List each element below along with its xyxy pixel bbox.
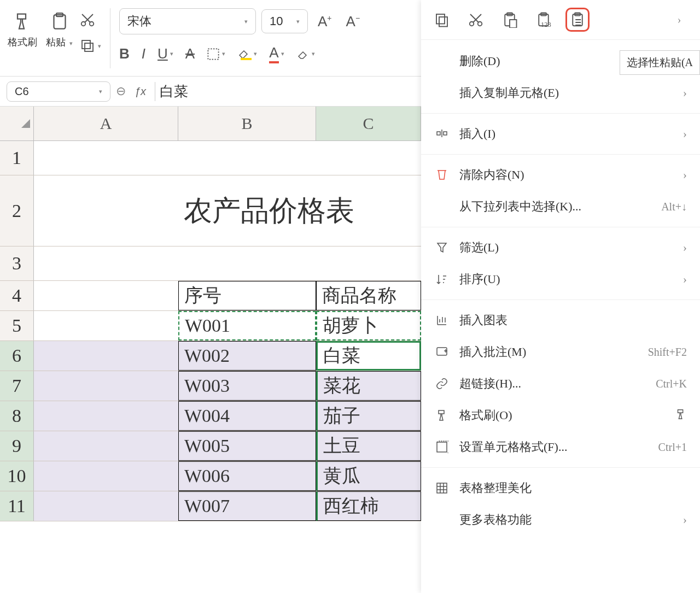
increase-font-button[interactable]: A+	[313, 13, 336, 30]
column-header[interactable]: A	[34, 107, 178, 140]
data-cell[interactable]: W001	[178, 311, 316, 340]
svg-rect-13	[510, 20, 517, 28]
row-header[interactable]: 5	[0, 311, 34, 340]
menu-insert-copied[interactable]: 插入复制单元格(E)›	[421, 77, 700, 109]
row-header[interactable]: 6	[0, 341, 34, 371]
strikethrough-button[interactable]: A	[185, 45, 195, 62]
svg-rect-5	[85, 43, 93, 51]
row-header[interactable]: 2	[0, 175, 34, 246]
cell-reference-input[interactable]: C6▾	[7, 81, 110, 102]
svg-rect-6	[208, 49, 219, 59]
row-header[interactable]: 4	[0, 281, 34, 310]
paste-values-icon[interactable]: 123	[532, 8, 556, 32]
data-cell[interactable]: W002	[178, 341, 316, 371]
menu-chart[interactable]: 插入图表	[421, 304, 700, 336]
row-header[interactable]: 11	[0, 491, 34, 521]
table-header[interactable]: 商品名称	[316, 281, 421, 310]
svg-rect-4	[82, 40, 90, 49]
data-cell[interactable]: W007	[178, 491, 316, 521]
row-header[interactable]: 1	[0, 141, 34, 175]
insert-icon	[434, 126, 450, 142]
sort-icon	[434, 272, 450, 287]
menu-format-cells[interactable]: 设置单元格格式(F)...Ctrl+1	[421, 431, 700, 463]
svg-rect-7	[436, 14, 445, 24]
data-cell[interactable]: W003	[178, 371, 316, 401]
copy-icon[interactable]	[430, 8, 454, 32]
svg-rect-19	[437, 132, 440, 135]
menu-insert[interactable]: 插入(I)›	[421, 118, 700, 150]
paste-icon	[49, 10, 71, 32]
link-icon	[434, 376, 450, 391]
menu-hyperlink[interactable]: 超链接(H)...Ctrl+K	[421, 368, 700, 400]
data-cell[interactable]: W005	[178, 431, 316, 461]
italic-button[interactable]: I	[142, 45, 145, 62]
data-cell[interactable]: 菜花	[316, 371, 421, 401]
row-header[interactable]: 9	[0, 431, 34, 461]
font-color-button[interactable]: A▾	[269, 44, 284, 63]
svg-rect-23	[437, 483, 447, 493]
bold-button[interactable]: B	[119, 45, 130, 62]
format-painter-button[interactable]: 格式刷	[5, 8, 39, 51]
clear-icon	[434, 167, 450, 183]
context-menu: 123 › 选择性粘贴(A 删除(D) 插入复制单元格(E)› 插入(I)› 清…	[421, 0, 700, 593]
select-all-corner[interactable]	[0, 107, 34, 140]
table-icon	[434, 480, 450, 496]
font-size-select[interactable]: 10▾	[261, 9, 308, 33]
cut-icon[interactable]	[464, 8, 488, 32]
svg-rect-8	[439, 17, 447, 27]
menu-filter[interactable]: 筛选(L)›	[421, 232, 700, 263]
menu-comment[interactable]: 插入批注(M)Shift+F2	[421, 336, 700, 368]
svg-text:123: 123	[541, 21, 551, 28]
data-cell[interactable]: W006	[178, 461, 316, 491]
paste-special-icon[interactable]	[565, 8, 590, 32]
data-cell[interactable]: 黄瓜	[316, 461, 421, 491]
data-cell[interactable]: 胡萝卜	[316, 311, 421, 340]
underline-button[interactable]: U▾	[158, 45, 173, 62]
brush-icon	[11, 10, 33, 32]
more-icon[interactable]: ›	[667, 8, 691, 32]
font-name-select[interactable]: 宋体▾	[119, 8, 256, 34]
menu-more[interactable]: 更多表格功能›	[421, 504, 700, 536]
chart-icon	[434, 313, 450, 328]
svg-rect-20	[444, 132, 447, 135]
column-header[interactable]: B	[178, 107, 316, 140]
format-cells-icon	[434, 439, 450, 455]
title-cell[interactable]: 农产品价格表	[178, 175, 421, 246]
eraser-button[interactable]: ▾	[296, 48, 315, 61]
row-header[interactable]: 7	[0, 371, 34, 401]
svg-rect-22	[437, 442, 447, 452]
menu-format-painter[interactable]: 格式刷(O)	[421, 400, 700, 431]
paste-icon[interactable]	[498, 8, 522, 32]
row-header[interactable]: 3	[0, 246, 34, 280]
comment-icon	[434, 344, 450, 360]
decrease-font-button[interactable]: A−	[342, 13, 365, 30]
active-cell[interactable]: 白菜	[316, 341, 421, 371]
data-cell[interactable]: 茄子	[316, 401, 421, 431]
copy-button[interactable]: ▾	[79, 38, 101, 54]
paste-special-tooltip: 选择性粘贴(A	[620, 50, 700, 75]
fx-icon[interactable]: ƒx	[131, 85, 149, 98]
menu-dropdown-select[interactable]: 从下拉列表中选择(K)...Alt+↓	[421, 191, 700, 222]
filter-icon	[434, 240, 450, 255]
data-cell[interactable]: W004	[178, 401, 316, 431]
menu-sort[interactable]: 排序(U)›	[421, 263, 700, 295]
data-cell[interactable]: 西红柿	[316, 491, 421, 521]
table-header[interactable]: 序号	[178, 281, 316, 310]
menu-clear[interactable]: 清除内容(N)›	[421, 159, 700, 191]
paste-button[interactable]: 粘贴 ▾	[44, 8, 75, 51]
zoom-out-icon[interactable]: ⊖	[116, 84, 126, 98]
brush-icon	[434, 408, 450, 423]
menu-beautify[interactable]: 表格整理美化	[421, 472, 700, 504]
row-header[interactable]: 8	[0, 401, 34, 431]
fill-color-button[interactable]: ▾	[237, 48, 257, 61]
border-button[interactable]: ▾	[207, 48, 225, 61]
data-cell[interactable]: 土豆	[316, 431, 421, 461]
cut-button[interactable]	[79, 11, 101, 28]
row-header[interactable]: 10	[0, 461, 34, 491]
column-header[interactable]: C	[316, 107, 421, 140]
